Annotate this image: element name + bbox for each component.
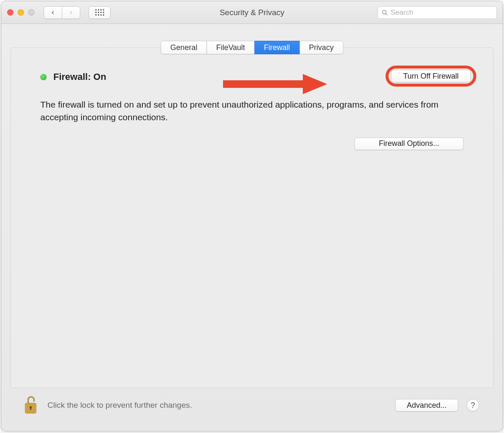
advanced-button[interactable]: Advanced... xyxy=(395,399,458,412)
svg-line-1 xyxy=(386,13,387,15)
annotation-arrow-icon xyxy=(219,71,328,97)
grid-icon xyxy=(95,9,104,16)
tab-general[interactable]: General xyxy=(161,41,207,54)
svg-point-0 xyxy=(383,10,386,14)
svg-marker-3 xyxy=(303,74,327,94)
tab-filevault[interactable]: FileVault xyxy=(207,41,255,54)
unlocked-lock-icon[interactable] xyxy=(22,395,39,416)
turn-off-highlight: Turn Off Firewall xyxy=(386,66,476,87)
titlebar: Security & Privacy xyxy=(1,1,503,24)
svg-rect-7 xyxy=(31,403,32,413)
help-button[interactable]: ? xyxy=(467,399,479,412)
status-indicator-icon xyxy=(40,74,47,80)
tab-firewall[interactable]: Firewall xyxy=(254,41,299,54)
forward-button[interactable] xyxy=(62,6,80,19)
search-icon xyxy=(381,9,388,16)
show-all-button[interactable] xyxy=(89,6,110,19)
options-row: Firewall Options... xyxy=(40,137,464,150)
content-area: General FileVault Firewall Privacy Firew… xyxy=(1,24,503,431)
close-window-button[interactable] xyxy=(7,9,13,16)
search-field[interactable] xyxy=(378,6,497,19)
chevron-right-icon xyxy=(68,10,74,16)
chevron-left-icon xyxy=(50,10,56,16)
preferences-window: Security & Privacy General FileVault Fir… xyxy=(1,1,503,431)
annotation-highlight-ring: Turn Off Firewall xyxy=(386,66,476,87)
tab-privacy[interactable]: Privacy xyxy=(299,41,343,54)
firewall-panel: Firewall: On Turn Off Firewall The firew… xyxy=(10,48,494,388)
firewall-description: The firewall is turned on and set up to … xyxy=(40,98,444,124)
nav-buttons xyxy=(44,6,80,19)
footer: Click the lock to prevent further change… xyxy=(10,388,494,422)
window-title: Security & Privacy xyxy=(220,8,284,17)
search-input[interactable] xyxy=(391,8,493,17)
traffic-lights xyxy=(7,9,34,16)
tabs: General FileVault Firewall Privacy xyxy=(161,41,344,54)
svg-rect-8 xyxy=(33,403,34,413)
back-button[interactable] xyxy=(44,6,62,19)
svg-rect-5 xyxy=(27,403,28,413)
minimize-window-button[interactable] xyxy=(18,9,24,16)
turn-off-firewall-button[interactable]: Turn Off Firewall xyxy=(391,70,471,82)
firewall-options-button[interactable]: Firewall Options... xyxy=(354,137,464,150)
zoom-window-button[interactable] xyxy=(28,9,34,16)
firewall-status-label: Firewall: On xyxy=(53,71,106,82)
svg-rect-10 xyxy=(30,407,31,410)
lock-hint-label: Click the lock to prevent further change… xyxy=(47,401,192,410)
